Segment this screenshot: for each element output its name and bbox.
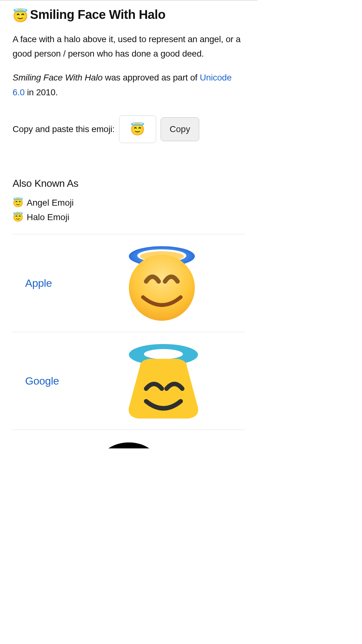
vendor-row-partial (13, 430, 245, 448)
vendor-row-apple: Apple (13, 234, 245, 332)
apple-halo-emoji-icon (124, 244, 200, 322)
google-halo-emoji-icon (124, 341, 203, 420)
svg-point-3 (129, 255, 195, 321)
vendor-image-apple (124, 244, 245, 322)
aka-item-label: Halo Emoji (27, 212, 69, 222)
halo-emoji-icon: 😇 (13, 9, 28, 23)
copy-section: Copy and paste this emoji: 😇 Copy (13, 115, 245, 143)
emoji-preview-box[interactable]: 😇 (119, 115, 156, 143)
svg-point-6 (99, 442, 159, 448)
vendor-link-google[interactable]: Google (25, 375, 124, 387)
aka-list: 😇Angel Emoji 😇Halo Emoji (13, 196, 245, 225)
vendor-row-google: Google (13, 332, 245, 430)
title-text: Smiling Face With Halo (30, 8, 166, 21)
partial-emoji-icon (91, 439, 167, 448)
approval-text: Smiling Face With Halo was approved as p… (13, 70, 245, 99)
copy-label: Copy and paste this emoji: (13, 124, 115, 134)
also-known-as-heading: Also Known As (13, 178, 245, 189)
approval-name: Smiling Face With Halo (13, 73, 102, 82)
halo-emoji-icon: 😇 (13, 212, 24, 222)
approval-mid: was approved as part of (102, 73, 200, 82)
list-item: 😇Angel Emoji (13, 196, 245, 210)
svg-point-5 (144, 349, 183, 359)
list-item: 😇Halo Emoji (13, 210, 245, 225)
vendor-link-apple[interactable]: Apple (25, 277, 124, 289)
halo-emoji-icon: 😇 (130, 122, 145, 136)
approval-tail: in 2010. (25, 87, 58, 97)
copy-button[interactable]: Copy (161, 117, 199, 141)
aka-item-label: Angel Emoji (27, 198, 74, 208)
halo-emoji-icon: 😇 (13, 198, 24, 208)
description-text: A face with a halo above it, used to rep… (13, 32, 245, 61)
page-title: 😇Smiling Face With Halo (13, 8, 245, 23)
vendor-image-google (124, 341, 245, 420)
